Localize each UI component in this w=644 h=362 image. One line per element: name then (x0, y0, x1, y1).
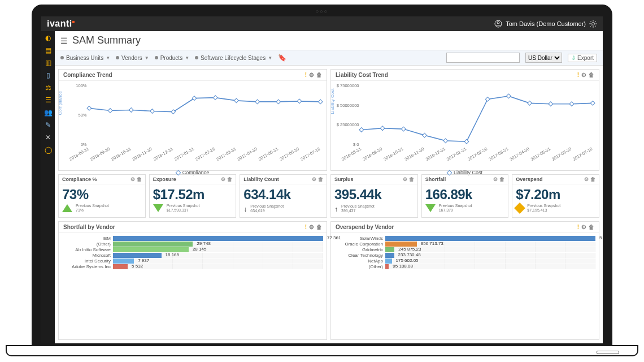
kpi-previous: Previous Snapshot634,619 (250, 204, 284, 214)
gear-icon[interactable]: ⚙ (221, 176, 225, 182)
delete-icon[interactable]: 🗑 (227, 176, 232, 182)
trend-icon: ↓ (243, 204, 247, 214)
nav-document-icon[interactable]: ▯ (43, 71, 53, 80)
svg-rect-17 (150, 109, 155, 114)
delete-icon[interactable]: 🗑 (318, 176, 323, 182)
gear-icon[interactable]: ⚙ (309, 224, 314, 230)
sidebar-nav: ◐ ▤ ▥ ▯ ⚖ ☰ 👥 ✎ ✕ ◯ (41, 31, 55, 343)
svg-line-8 (595, 25, 596, 27)
svg-text:50%: 50% (78, 113, 86, 118)
trend-icon (516, 204, 524, 212)
svg-point-1 (497, 21, 499, 24)
filter-business-units[interactable]: Business Units▼ (60, 55, 110, 61)
filter-tag-icon[interactable]: 🔖 (278, 54, 286, 62)
kpi-value: 395.44k (334, 187, 414, 202)
kpi-previous: Previous Snapshot395,437 (341, 204, 375, 214)
nav-stack-icon[interactable]: ▤ (43, 46, 53, 55)
kpi-previous: Previous Snapshot167,379 (439, 204, 472, 213)
nav-people-icon[interactable]: 👥 (43, 108, 53, 117)
user-icon (494, 20, 502, 28)
kpi-title: Exposure (153, 176, 176, 182)
bar-label: Intel Security (62, 258, 113, 264)
svg-rect-47 (464, 139, 469, 144)
svg-rect-24 (297, 99, 302, 104)
gear-icon[interactable]: ⚙ (581, 72, 586, 78)
gear-icon[interactable]: ⚙ (312, 176, 316, 182)
svg-text:2017-04-30: 2017-04-30 (509, 146, 530, 162)
search-input[interactable] (446, 53, 520, 63)
svg-text:2016-08-31: 2016-08-31 (341, 146, 362, 162)
svg-rect-49 (507, 94, 511, 98)
delete-icon[interactable]: 🗑 (316, 224, 322, 230)
svg-line-10 (590, 25, 591, 27)
gear-icon[interactable]: ⚙ (130, 176, 135, 182)
svg-text:2016-10-31: 2016-10-31 (382, 146, 404, 162)
kpi-title: Liability Count (243, 176, 279, 182)
brand-logo: ivanti■ (47, 19, 75, 29)
gear-icon[interactable] (589, 20, 597, 28)
gear-icon[interactable]: ⚙ (309, 72, 314, 78)
info-icon[interactable]: ! (577, 72, 579, 78)
info-icon[interactable]: ! (577, 224, 579, 230)
bar-row: Oracle Corporation 856 713.73 (334, 242, 595, 247)
currency-select[interactable]: US Dollar (525, 53, 562, 63)
nav-edit-icon[interactable]: ✎ (43, 120, 53, 130)
user-name: Tom Davis (Demo Customer) (506, 20, 586, 27)
info-icon[interactable]: ! (305, 224, 307, 230)
nav-scales-icon[interactable]: ⚖ (43, 83, 53, 92)
panel-title: Compliance Trend (63, 72, 112, 78)
bar-row: Microsoft 18 165 (62, 253, 323, 258)
panel-title: Liability Cost Trend (336, 72, 388, 78)
svg-text:2017-02-28: 2017-02-28 (467, 146, 488, 162)
bar-row: IBM 77 361 (62, 236, 323, 241)
info-icon[interactable]: ! (305, 72, 307, 78)
filter-lifecycle[interactable]: Software Lifecycle Stages▼ (195, 55, 272, 61)
nav-circle-icon[interactable]: ◯ (43, 145, 53, 154)
delete-icon[interactable]: 🗑 (409, 176, 414, 182)
bar-label: SolarWinds (334, 236, 385, 241)
bar-label: NetApp (334, 258, 385, 264)
delete-icon[interactable]: 🗑 (499, 176, 504, 182)
kpi-previous: Previous Snapshot73% (76, 204, 109, 213)
delete-icon[interactable]: 🗑 (137, 176, 142, 182)
delete-icon[interactable]: 🗑 (589, 224, 594, 230)
svg-rect-44 (401, 127, 406, 131)
svg-rect-46 (443, 139, 448, 143)
nav-tools-icon[interactable]: ✕ (43, 133, 53, 142)
page-title: SAM Summary (72, 35, 141, 46)
user-menu[interactable]: Tom Davis (Demo Customer) (494, 20, 597, 28)
svg-rect-19 (192, 96, 197, 101)
filter-products[interactable]: Products▼ (155, 55, 189, 61)
page-titlebar: ☰ SAM Summary (55, 31, 603, 50)
svg-text:2017-04-30: 2017-04-30 (237, 146, 258, 162)
gear-icon[interactable]: ⚙ (403, 176, 407, 182)
svg-point-2 (592, 23, 595, 25)
delete-icon[interactable]: 🗑 (590, 176, 595, 182)
nav-gauge-icon[interactable]: ◐ (43, 33, 53, 42)
panel-shortfall-vendor: Shortfall by Vendor !⚙🗑 IBM 77 361 (Othe… (58, 221, 327, 340)
svg-text:2016-08-31: 2016-08-31 (68, 146, 90, 162)
svg-text:$ 0: $ 0 (353, 142, 359, 147)
trend-icon (62, 204, 72, 212)
export-button[interactable]: ⇩Export (568, 54, 597, 62)
svg-text:2016-09-30: 2016-09-30 (89, 146, 111, 162)
menu-icon[interactable]: ☰ (60, 36, 68, 45)
gear-icon[interactable]: ⚙ (581, 224, 586, 230)
svg-text:2016-10-31: 2016-10-31 (110, 146, 132, 162)
svg-text:2016-11-30: 2016-11-30 (132, 146, 153, 162)
gear-icon[interactable]: ⚙ (584, 176, 589, 182)
filter-vendors[interactable]: Vendors▼ (116, 55, 149, 61)
panel-compliance-trend: Compliance Trend !⚙🗑 Compliance 0%50%100… (58, 69, 327, 171)
bar-label: Oracle Corporation (334, 242, 385, 247)
delete-icon[interactable]: 🗑 (316, 72, 322, 78)
svg-text:2017-02-28: 2017-02-28 (194, 146, 216, 162)
bar-label: Gridmetric (334, 247, 385, 252)
gear-icon[interactable]: ⚙ (493, 176, 498, 182)
svg-text:$ 25000000: $ 25000000 (337, 122, 359, 127)
bar-row: (Other) 29 748 (62, 242, 323, 247)
y-axis-label: Liability Cost (330, 89, 335, 114)
delete-icon[interactable]: 🗑 (589, 72, 594, 78)
nav-list-icon[interactable]: ☰ (43, 96, 53, 105)
nav-barchart-icon[interactable]: ▥ (43, 58, 53, 67)
svg-line-9 (595, 21, 596, 22)
